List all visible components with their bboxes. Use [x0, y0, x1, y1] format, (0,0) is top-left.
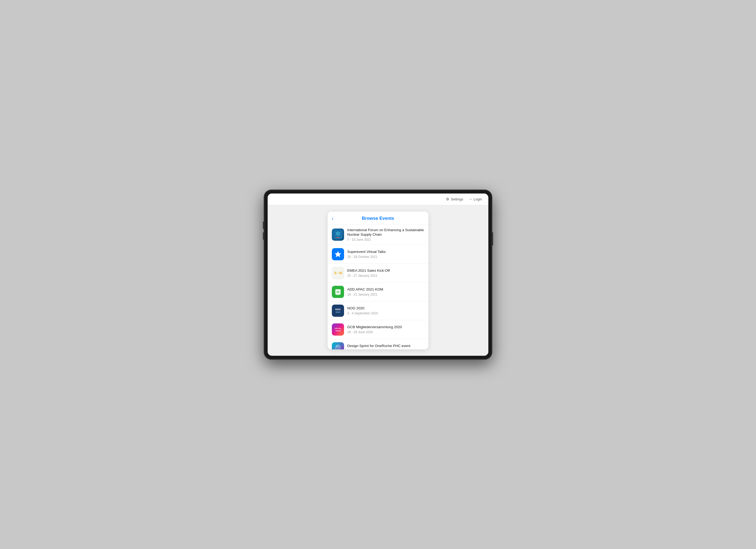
event-info: NOG 20203 - 4 September 2020	[347, 306, 424, 315]
svg-text:VIRTUAL: VIRTUAL	[334, 328, 341, 329]
event-date: 29 - 29 June 2020	[347, 330, 424, 334]
event-logo	[332, 248, 344, 260]
svg-point-8	[337, 233, 338, 234]
event-name: Superevent Virtual Talks	[347, 250, 424, 254]
event-info: GCB Mitgliederversammlung 202029 - 29 Ju…	[347, 325, 424, 334]
tablet-screen: ⚙ Settings → Login ‹ Browse Events	[268, 194, 488, 356]
card-header: ‹ Browse Events	[328, 212, 428, 225]
events-list[interactable]: EVENT International Forum on Enhancing a…	[328, 225, 428, 349]
login-button[interactable]: → Login	[468, 197, 482, 201]
event-date: 18 - 21 January 2021	[347, 293, 424, 296]
event-info: EMEA 2021 Sales Kick-Off25 - 27 January …	[347, 268, 424, 277]
login-label: Login	[473, 197, 482, 201]
event-list-item[interactable]: Superevent Virtual Talks20 - 28 October …	[328, 245, 428, 264]
event-logo: NOG 2020	[332, 304, 344, 317]
tablet: ⚙ Settings → Login ‹ Browse Events	[264, 190, 492, 359]
svg-text:EVENT: EVENT	[336, 237, 341, 238]
event-info: ADD APAC 2021 KOM18 - 21 January 2021	[347, 287, 424, 296]
svg-point-24	[336, 346, 337, 347]
svg-text:VENUE: VENUE	[335, 330, 341, 331]
event-date: 16 - 16 June 2020	[347, 349, 424, 349]
event-logo: VIRTUAL VENUE	[332, 323, 344, 335]
event-name: International Forum on Enhancing a Susta…	[347, 228, 424, 237]
svg-rect-18	[333, 325, 343, 334]
event-list-item[interactable]: VIRTUAL VENUE GCB Mitgliederversammlung …	[328, 320, 428, 339]
event-logo: EVENT	[332, 229, 344, 241]
svg-rect-15	[333, 306, 343, 315]
settings-label: Settings	[451, 197, 463, 201]
event-logo: ab Abbott	[332, 286, 344, 298]
event-list-item[interactable]: EVENT International Forum on Enhancing a…	[328, 225, 428, 245]
event-list-item[interactable]: Design Sprint for OneRoche PHC event16 -…	[328, 339, 428, 349]
event-name: NOG 2020	[347, 306, 424, 311]
main-content: ‹ Browse Events EVENT International Foru…	[268, 205, 488, 356]
event-info: Superevent Virtual Talks20 - 28 October …	[347, 250, 424, 259]
svg-text:ab: ab	[337, 290, 340, 293]
event-date: 7 - 10 June 2021	[347, 238, 424, 242]
event-name: ADD APAC 2021 KOM	[347, 287, 424, 292]
back-button[interactable]: ‹	[332, 216, 333, 221]
svg-point-26	[338, 345, 338, 346]
svg-marker-10	[335, 251, 341, 257]
event-date: 3 - 4 September 2020	[347, 311, 424, 315]
svg-text:Abbott: Abbott	[336, 294, 340, 295]
event-name: Design Sprint for OneRoche PHC event	[347, 343, 424, 348]
event-date: 25 - 27 January 2021	[347, 274, 424, 277]
event-date: 20 - 28 October 2021	[347, 255, 424, 259]
card-title: Browse Events	[362, 216, 394, 221]
event-list-item[interactable]: S↔NEMEA 2021 Sales Kick-Off25 - 27 Janua…	[328, 264, 428, 282]
event-name: EMEA 2021 Sales Kick-Off	[347, 268, 424, 273]
top-bar: ⚙ Settings → Login	[268, 194, 488, 205]
svg-point-25	[339, 346, 340, 347]
settings-button[interactable]: ⚙ Settings	[446, 197, 463, 201]
svg-text:NOG: NOG	[335, 308, 341, 311]
event-list-item[interactable]: NOG 2020 NOG 20203 - 4 September 2020	[328, 301, 428, 320]
event-info: Design Sprint for OneRoche PHC event16 -…	[347, 343, 424, 349]
chevron-left-icon: ‹	[332, 216, 333, 221]
event-info: International Forum on Enhancing a Susta…	[347, 228, 424, 242]
event-logo: S↔N	[332, 267, 344, 279]
events-card: ‹ Browse Events EVENT International Foru…	[328, 212, 428, 349]
event-logo	[332, 342, 344, 349]
event-name: GCB Mitgliederversammlung 2020	[347, 325, 424, 329]
login-icon: →	[468, 197, 472, 201]
event-list-item[interactable]: ab Abbott ADD APAC 2021 KOM18 - 21 Janua…	[328, 282, 428, 301]
svg-text:2020: 2020	[336, 311, 340, 313]
gear-icon: ⚙	[446, 197, 449, 201]
